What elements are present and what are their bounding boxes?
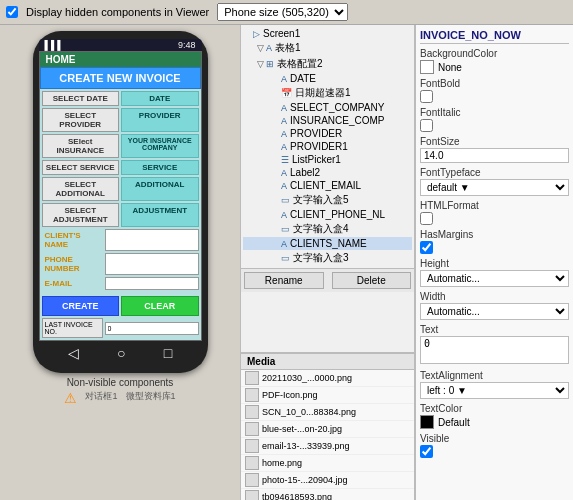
- prop-select-Height[interactable]: Automatic...: [420, 270, 569, 287]
- non-visible-item-2: 微型资料库1: [126, 390, 176, 406]
- tree-item-provider[interactable]: APROVIDER: [243, 127, 412, 140]
- media-item[interactable]: home.png: [241, 455, 414, 472]
- create-button[interactable]: CREATE: [42, 296, 120, 316]
- tree-item-label2[interactable]: ALabel2: [243, 166, 412, 179]
- tree-item-date_picker[interactable]: 📅日期超速器1: [243, 85, 412, 101]
- rename-button[interactable]: Rename: [244, 272, 324, 289]
- prop-label-Visible: Visible: [420, 433, 569, 444]
- tree-item-provider1[interactable]: APROVIDER1: [243, 140, 412, 153]
- select-adjustment-btn[interactable]: SELECT ADJUSTMENT: [42, 203, 120, 227]
- select-service-btn[interactable]: SELECT SERVICE: [42, 160, 120, 175]
- prop-checkbox-FontItalic[interactable]: [420, 119, 433, 132]
- media-item[interactable]: PDF-Icon.png: [241, 387, 414, 404]
- prop-input-FontSize[interactable]: [420, 148, 569, 163]
- tree-icon-screen1: ▷: [253, 29, 260, 39]
- media-filename: email-13-...33939.png: [262, 441, 350, 451]
- prop-select-FontTypeface[interactable]: default ▼: [420, 179, 569, 196]
- tree-item-date[interactable]: ADATE: [243, 72, 412, 85]
- select-insurance-btn[interactable]: SElect INSURANCE: [42, 134, 120, 158]
- prop-checkbox-Visible[interactable]: [420, 445, 433, 458]
- media-thumb: [245, 405, 259, 419]
- media-header: Media: [241, 354, 414, 370]
- additional-value[interactable]: ADDITIONAL: [121, 177, 199, 201]
- color-box-BackgroundColor[interactable]: [420, 60, 434, 74]
- service-value[interactable]: SERVICE: [121, 160, 199, 175]
- prop-row-Width: WidthAutomatic...: [420, 291, 569, 320]
- tree-icon-textbox3: ▭: [281, 253, 290, 263]
- tree-icon-client_email: A: [281, 181, 287, 191]
- tree-item-insurance_comp[interactable]: AINSURANCE_COMP: [243, 114, 412, 127]
- tree-icon-client_phone: A: [281, 210, 287, 220]
- media-thumb: [245, 473, 259, 487]
- clear-button[interactable]: CLEAR: [121, 296, 199, 316]
- select-additional-btn[interactable]: SELECT ADDITIONAL: [42, 177, 120, 201]
- tree-item-textbox_has[interactable]: ▭文字输入盒5: [243, 192, 412, 208]
- tree-icon-textbox4: ▭: [281, 224, 290, 234]
- tree-collapse-biaoge2[interactable]: ▽: [257, 59, 264, 69]
- main-layout: ▌▌▌ 9:48 HOME CREATE NEW INVOICE SELECT …: [0, 25, 573, 500]
- media-item[interactable]: 20211030_...0000.png: [241, 370, 414, 387]
- prop-checkbox-row-HTMLFormat: [420, 212, 569, 225]
- tree-item-biaoge2[interactable]: ▽⊞表格配置2: [243, 56, 412, 72]
- color-box-TextColor[interactable]: [420, 415, 434, 429]
- delete-button[interactable]: Delete: [332, 272, 412, 289]
- tree-item-select_company[interactable]: ASELECT_COMPANY: [243, 101, 412, 114]
- prop-checkbox-HTMLFormat[interactable]: [420, 212, 433, 225]
- client-name-input[interactable]: [105, 229, 199, 251]
- phone-size-select[interactable]: Phone size (505,320): [217, 3, 348, 21]
- prop-label-Height: Height: [420, 258, 569, 269]
- tree-item-client_email[interactable]: ACLIENT_EMAIL: [243, 179, 412, 192]
- phone-number-input[interactable]: [105, 253, 199, 275]
- select-provider-btn[interactable]: SELECT PROVIDER: [42, 108, 120, 132]
- tree-item-clients_name[interactable]: ACLIENTS_NAME: [243, 237, 412, 250]
- tree-item-listpicker1[interactable]: ☰ListPicker1: [243, 153, 412, 166]
- media-item[interactable]: photo-15-...20904.jpg: [241, 472, 414, 489]
- recent-button[interactable]: □: [164, 345, 172, 361]
- select-date-btn[interactable]: SELECT DATE: [42, 91, 120, 106]
- color-none-label-BackgroundColor: None: [438, 62, 462, 73]
- display-hidden-checkbox[interactable]: [6, 6, 18, 18]
- media-item[interactable]: tb094618593.png: [241, 489, 414, 500]
- prop-row-TextColor: TextColor Default: [420, 403, 569, 429]
- prop-textarea-Text[interactable]: 0: [420, 336, 569, 364]
- email-input[interactable]: [105, 277, 199, 290]
- form-row-1: SELECT DATE DATE: [42, 91, 199, 106]
- tree-label-select_company: SELECT_COMPANY: [290, 102, 384, 113]
- prop-select-Width[interactable]: Automatic...: [420, 303, 569, 320]
- prop-label-BackgroundColor: BackgroundColor: [420, 48, 569, 59]
- tree-label-date: DATE: [290, 73, 316, 84]
- non-visible-icons: ⚠ 对话框1 微型资料库1: [64, 390, 175, 406]
- tree-label-date_picker: 日期超速器1: [295, 86, 351, 100]
- last-invoice-input[interactable]: [105, 322, 199, 335]
- phone-form: SELECT DATE DATE SELECT PROVIDER PROVIDE…: [40, 89, 201, 294]
- tree-item-biaoge1[interactable]: ▽A表格1: [243, 40, 412, 56]
- tree-label-client_email: CLIENT_EMAIL: [290, 180, 361, 191]
- tree-item-textbox4[interactable]: ▭文字输入盒4: [243, 221, 412, 237]
- prop-checkbox-FontBold[interactable]: [420, 90, 433, 103]
- prop-label-FontTypeface: FontTypeface: [420, 167, 569, 178]
- media-item[interactable]: blue-set-...on-20.jpg: [241, 421, 414, 438]
- tree-item-screen1[interactable]: ▷Screen1: [243, 27, 412, 40]
- home-button[interactable]: ○: [117, 345, 125, 361]
- media-item[interactable]: SCN_10_0...88384.png: [241, 404, 414, 421]
- tree-collapse-biaoge1[interactable]: ▽: [257, 43, 264, 53]
- media-filename: home.png: [262, 458, 302, 468]
- media-filename: 20211030_...0000.png: [262, 373, 352, 383]
- tree-icon-biaoge1: A: [266, 43, 272, 53]
- tree-label-listpicker1: ListPicker1: [292, 154, 341, 165]
- adjustment-value[interactable]: ADJUSTMENT: [121, 203, 199, 227]
- date-value[interactable]: DATE: [121, 91, 199, 106]
- tree-item-textbox3[interactable]: ▭文字输入盒3: [243, 250, 412, 266]
- insurance-value[interactable]: YOUR INSURANCE COMPANY: [121, 134, 199, 158]
- provider-value[interactable]: PROVIDER: [121, 108, 199, 132]
- prop-checkbox-row-FontItalic: [420, 119, 569, 132]
- back-button[interactable]: ◁: [68, 345, 79, 361]
- tree-label-textbox_has: 文字输入盒5: [293, 193, 349, 207]
- tree-item-client_phone[interactable]: ACLIENT_PHONE_NL: [243, 208, 412, 221]
- prop-row-BackgroundColor: BackgroundColor None: [420, 48, 569, 74]
- prop-row-TextAlignment: TextAlignmentleft : 0 ▼: [420, 370, 569, 399]
- media-item[interactable]: email-13-...33939.png: [241, 438, 414, 455]
- prop-checkbox-HasMargins[interactable]: [420, 241, 433, 254]
- prop-select-TextAlignment[interactable]: left : 0 ▼: [420, 382, 569, 399]
- tree-icon-date_picker: 📅: [281, 88, 292, 98]
